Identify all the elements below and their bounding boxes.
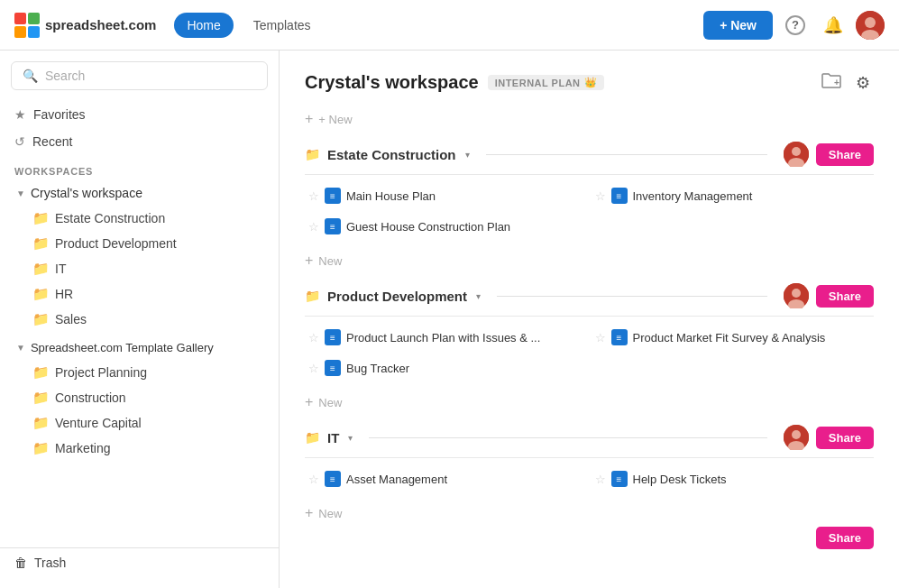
folder-icon: 📁 [32, 210, 50, 226]
star-icon[interactable]: ☆ [595, 331, 606, 345]
search-placeholder: Search [45, 69, 85, 83]
sidebar-folder-estate[interactable]: 📁 Estate Construction [0, 206, 279, 231]
sidebar-folder-hr[interactable]: 📁 HR [0, 281, 279, 307]
sidebar-folder-it[interactable]: 📁 IT [0, 256, 279, 281]
sheet-item[interactable]: ☆ ≡ Guest House Construction Plan [305, 213, 588, 240]
star-icon[interactable]: ☆ [595, 473, 606, 486]
sheet-item[interactable]: ☆ ≡ Product Launch Plan with Issues & ..… [305, 324, 588, 351]
sheet-icon: ≡ [325, 471, 341, 487]
chevron-down-icon: ▼ [16, 343, 25, 353]
svg-point-12 [792, 289, 801, 298]
sheet-item[interactable]: ☆ ≡ Product Market Fit Survey & Analysis [592, 324, 875, 351]
logo: spreadsheet.com [14, 13, 156, 38]
product-folder-header: 📁 Product Development ▾ Share [305, 274, 874, 317]
star-icon: ★ [14, 107, 26, 122]
notification-button[interactable]: 🔔 [818, 10, 849, 41]
product-share-button[interactable]: Share [816, 285, 874, 308]
crystals-workspace-toggle[interactable]: ▼ Crystal's workspace [0, 180, 279, 206]
sheet-item[interactable]: ☆ ≡ Asset Management [305, 465, 588, 492]
new-item-row-estate[interactable]: + New [280, 247, 899, 274]
header: spreadsheet.com Home Templates + New ? 🔔 [0, 0, 899, 51]
folder-icon: 📁 [32, 235, 50, 252]
svg-point-15 [792, 430, 801, 439]
gallery-folder-planning[interactable]: 📁 Project Planning [0, 360, 279, 385]
item-name: Main House Plan [346, 189, 436, 203]
sidebar-item-favorites[interactable]: ★ Favorites [0, 101, 279, 128]
it-section: 📁 IT ▾ Share ☆ ≡ Asset Management ☆ ≡ [280, 416, 899, 500]
workspace-actions: + ⚙ [818, 69, 874, 96]
estate-folder-name: Estate Construction [327, 147, 456, 162]
gallery-folder-label: Construction [55, 390, 126, 405]
folder-label: IT [55, 262, 66, 276]
folder-label: Sales [55, 312, 87, 326]
star-icon[interactable]: ☆ [595, 189, 606, 203]
bell-icon: 🔔 [823, 15, 843, 35]
folder-label: Estate Construction [55, 211, 165, 225]
sheet-item[interactable]: ☆ ≡ Main House Plan [305, 182, 588, 209]
star-icon[interactable]: ☆ [308, 473, 319, 486]
sheet-item[interactable]: ☆ ≡ Bug Tracker [305, 354, 588, 381]
item-name: Product Market Fit Survey & Analysis [633, 331, 826, 345]
bottom-strip: Share [280, 527, 899, 556]
bottom-share-button[interactable]: Share [816, 527, 874, 549]
new-item-row-product[interactable]: + New [280, 389, 899, 416]
search-icon: 🔍 [23, 69, 38, 83]
add-folder-icon: + [821, 74, 841, 92]
chevron-down-icon: ▼ [16, 188, 25, 198]
plus-icon: + [305, 505, 313, 521]
sidebar-item-trash[interactable]: 🗑 Trash [0, 547, 279, 577]
it-folder-name: IT [327, 430, 339, 446]
star-icon[interactable]: ☆ [308, 331, 319, 345]
new-button[interactable]: + New [703, 11, 773, 40]
new-item-row-top[interactable]: + + New [280, 106, 899, 133]
folder-label: Product Development [55, 236, 177, 251]
item-name: Product Launch Plan with Issues & ... [346, 331, 540, 345]
recent-label: Recent [32, 134, 72, 149]
star-icon[interactable]: ☆ [308, 220, 319, 234]
plus-icon: + [305, 253, 313, 269]
product-items-grid: ☆ ≡ Product Launch Plan with Issues & ..… [305, 317, 874, 389]
avatar-image [856, 11, 885, 40]
star-icon[interactable]: ☆ [308, 362, 319, 375]
trash-icon: 🗑 [14, 556, 27, 570]
sidebar-item-recent[interactable]: ↺ Recent [0, 128, 279, 155]
estate-share-button[interactable]: Share [816, 143, 874, 166]
new-label: New [318, 254, 342, 268]
new-item-row-it[interactable]: + New [280, 500, 899, 527]
chevron-icon: ▾ [348, 433, 353, 443]
gallery-folder-venture[interactable]: 📁 Venture Capital [0, 410, 279, 436]
nav-templates-button[interactable]: Templates [241, 13, 324, 38]
sheet-item[interactable]: ☆ ≡ Help Desk Tickets [592, 465, 875, 492]
nav-home-button[interactable]: Home [174, 13, 233, 38]
clock-icon: ↺ [14, 134, 25, 149]
gallery-folder-construction[interactable]: 📁 Construction [0, 385, 279, 410]
workspaces-section-label: WORKSPACES [0, 155, 279, 180]
workspace-title: Crystal's workspace [305, 72, 479, 93]
avatar[interactable] [856, 11, 885, 40]
badge-label: INTERNAL PLAN [495, 78, 581, 88]
help-button[interactable]: ? [780, 10, 811, 41]
sheet-icon: ≡ [325, 218, 341, 234]
sidebar-folder-sales[interactable]: 📁 Sales [0, 307, 279, 332]
gallery-folder-marketing[interactable]: 📁 Marketing [0, 436, 279, 461]
star-icon[interactable]: ☆ [308, 189, 319, 203]
folder-icon: 📁 [305, 430, 320, 445]
favorites-label: Favorites [33, 107, 86, 122]
folder-icon: 📁 [32, 390, 50, 406]
svg-rect-1 [28, 13, 40, 24]
sheet-icon: ≡ [325, 188, 341, 204]
estate-avatar [784, 142, 809, 167]
settings-button[interactable]: ⚙ [852, 69, 874, 96]
add-folder-button[interactable]: + [818, 69, 845, 96]
layout: 🔍 Search ★ Favorites ↺ Recent WORKSPACES… [0, 51, 899, 588]
svg-point-5 [865, 17, 876, 28]
sheet-item[interactable]: ☆ ≡ Inventory Management [592, 182, 875, 209]
it-share-button[interactable]: Share [816, 427, 874, 449]
folder-icon: 📁 [32, 261, 50, 277]
template-gallery-toggle[interactable]: ▼ Spreadsheet.com Template Gallery [0, 335, 279, 360]
folder-icon: 📁 [32, 364, 50, 381]
search-input[interactable]: 🔍 Search [11, 61, 268, 90]
gallery-folder-label: Venture Capital [55, 416, 142, 430]
logo-icon [14, 13, 40, 38]
sidebar-folder-product[interactable]: 📁 Product Development [0, 231, 279, 256]
